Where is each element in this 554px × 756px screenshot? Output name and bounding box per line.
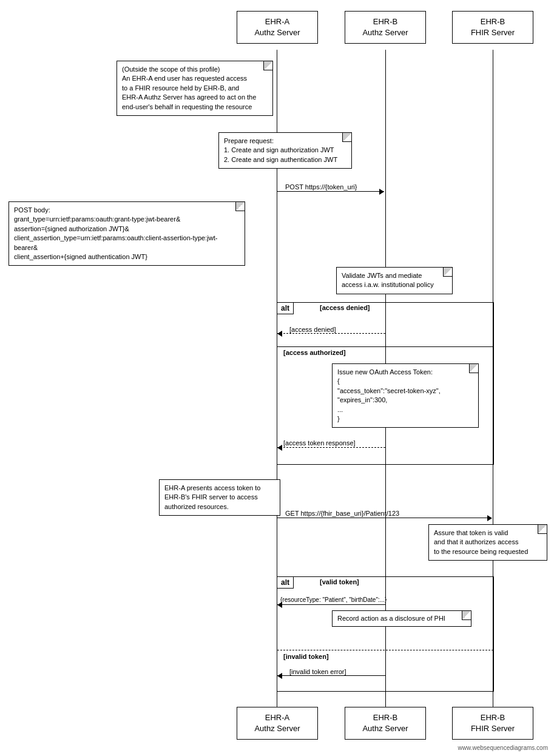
- actor-ehra-authz-top: EHR-A Authz Server: [237, 11, 318, 44]
- alt1-label1: [access denied]: [320, 304, 370, 311]
- diagram-container: EHR-A Authz Server EHR-B Authz Server EH…: [0, 0, 554, 756]
- alt1-tag: alt: [277, 302, 294, 314]
- note-present-token: EHR-A presents access token toEHR-B's FH…: [159, 479, 280, 516]
- alt2-error-line: [277, 675, 385, 676]
- alt1-denied-arrow-line: [277, 333, 385, 334]
- arrow-get-patient-line: [277, 518, 492, 518]
- note-post-body-text: POST body:grant_type=urn:ietf:params:oau…: [14, 206, 217, 260]
- note-present-token-text: EHR-A presents access token toEHR-B's FH…: [164, 484, 260, 510]
- alt-box-1: alt [access denied] [access denied] [acc…: [277, 302, 494, 465]
- actor-ehrb-authz-top-line2: Authz Server: [362, 28, 408, 37]
- label-get-patient: GET https://{fhir_base_uri}/Patient/123: [285, 510, 399, 517]
- note-outside-scope-text: (Outside the scope of this profile)An EH…: [122, 66, 256, 110]
- actor-ehrb-authz-bottom-line2: Authz Server: [362, 724, 408, 733]
- note-issue-token-text: Issue new OAuth Access Token:{"access_to…: [337, 368, 441, 422]
- actor-ehrb-authz-top: EHR-B Authz Server: [345, 11, 426, 44]
- actor-ehra-authz-top-line2: Authz Server: [254, 28, 300, 37]
- note-record-action-text: Record action as a disclosure of PHI: [337, 615, 445, 622]
- alt1-token-resp-line: [277, 447, 385, 448]
- note-issue-token: Issue new OAuth Access Token:{"access_to…: [332, 363, 479, 428]
- alt1-divider: [277, 346, 493, 347]
- note-outside-scope: (Outside the scope of this profile)An EH…: [117, 61, 273, 116]
- actor-ehrb-fhir-bottom-line1: EHR-B: [481, 713, 505, 722]
- actor-ehrb-authz-bottom-line1: EHR-B: [373, 713, 397, 722]
- note-record-action: Record action as a disclosure of PHI: [332, 610, 471, 627]
- actor-ehra-authz-bottom: EHR-A Authz Server: [237, 707, 318, 740]
- actor-ehra-authz-top-line1: EHR-A: [265, 17, 289, 26]
- alt2-error-label: [invalid token error]: [289, 668, 346, 675]
- actor-ehrb-fhir-top-line2: FHIR Server: [471, 28, 515, 37]
- actor-ehra-authz-bottom-line1: EHR-A: [265, 713, 289, 722]
- note-assure-token-text: Assure that token is validand that it au…: [434, 529, 528, 555]
- actor-ehra-authz-bottom-line2: Authz Server: [254, 724, 300, 733]
- note-prepare-request-text: Prepare request:1. Create and sign autho…: [224, 137, 337, 163]
- alt2-label1: [valid token]: [320, 578, 359, 586]
- actor-ehrb-fhir-bottom: EHR-B FHIR Server: [452, 707, 533, 740]
- actor-ehrb-authz-bottom: EHR-B Authz Server: [345, 707, 426, 740]
- alt2-error-head: [277, 673, 282, 679]
- note-post-body: POST body:grant_type=urn:ietf:params:oau…: [8, 201, 245, 266]
- note-prepare-request: Prepare request:1. Create and sign autho…: [218, 132, 352, 169]
- note-validate-jwts: Validate JWTs and mediateaccess i.a.w. i…: [336, 267, 453, 294]
- actor-ehrb-authz-top-line1: EHR-B: [373, 17, 397, 26]
- actor-ehrb-fhir-top: EHR-B FHIR Server: [452, 11, 533, 44]
- arrow-post-token-line: [277, 191, 384, 192]
- alt2-resource-line: [277, 604, 385, 605]
- alt2-resource-label: {resourceType: "Patient", "birthDate":..…: [280, 596, 387, 603]
- arrow-get-patient-head: [487, 515, 492, 521]
- alt1-label2: [access authorized]: [283, 349, 346, 356]
- label-post-token: POST https://{token_uri}: [285, 183, 357, 191]
- alt1-denied-label: [access denied]: [289, 326, 336, 333]
- footer-text: www.websequencediagrams.com: [458, 744, 548, 751]
- arrow-post-token-head: [379, 189, 384, 195]
- alt2-label2: [invalid token]: [283, 653, 329, 660]
- alt1-token-resp-head: [277, 445, 282, 451]
- alt2-tag: alt: [277, 576, 294, 589]
- alt-box-2: alt [valid token] {resourceType: "Patien…: [277, 576, 494, 692]
- actor-ehrb-fhir-top-line1: EHR-B: [481, 17, 505, 26]
- note-validate-jwts-text: Validate JWTs and mediateaccess i.a.w. i…: [342, 272, 434, 288]
- alt2-divider: [277, 650, 493, 650]
- alt1-token-resp-label: [access token response]: [283, 439, 356, 447]
- note-assure-token: Assure that token is validand that it au…: [428, 524, 547, 561]
- actor-ehrb-fhir-bottom-line2: FHIR Server: [471, 724, 515, 733]
- alt1-denied-arrow-head: [277, 331, 282, 337]
